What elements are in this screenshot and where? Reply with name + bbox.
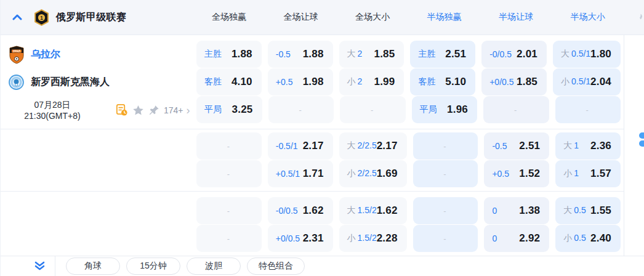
chevron-up-icon	[12, 14, 22, 20]
odds-cell[interactable]: -0/0.51.62	[268, 197, 333, 224]
odds-cell[interactable]: 小11.57	[555, 160, 621, 187]
odds-cell[interactable]: 客胜4.10	[196, 68, 262, 95]
market-tab-button-4[interactable]: 特色组合	[247, 258, 305, 275]
odds-grid: 主胜1.88-0.51.88大21.85主胜2.51-0/0.52.01大0.5…	[193, 35, 624, 253]
odds-cell[interactable]: -0.5/12.17	[268, 132, 333, 160]
over-under-prefix: 小	[561, 76, 570, 86]
odds-cell[interactable]: 大12.36	[555, 132, 621, 160]
odds-board: 1 俄罗斯甲级联赛 全场独赢全场让球全场大小半场独赢半场让球半场大小 УРАЛ	[0, 0, 644, 276]
odds-cell-empty: -	[413, 225, 478, 252]
odds-cell[interactable]: 小0.52.40	[555, 225, 621, 252]
svg-text:1: 1	[40, 14, 43, 20]
clipped-floating-button[interactable]	[639, 132, 644, 147]
odds-label: -0/0.5	[489, 49, 512, 59]
odds-label: 主胜	[204, 49, 222, 60]
collapse-league-button[interactable]	[11, 11, 23, 23]
odds-cell[interactable]: +0/0.52.31	[268, 225, 333, 252]
market-column-header: 全场大小	[337, 12, 409, 23]
odds-cell[interactable]: 小2/2.51.69	[339, 160, 407, 187]
dash-placeholder: -	[514, 105, 517, 115]
market-tabs: 角球15分钟波胆特色组合	[66, 258, 305, 275]
dash-placeholder: -	[371, 105, 373, 115]
odds-label: +0/0.5	[489, 77, 513, 87]
svg-text:УРАЛ: УРАЛ	[13, 49, 20, 52]
odds-value: 2.92	[519, 232, 540, 245]
match-meta-row: 07月28日 21:30(GMT+8)	[1, 96, 193, 124]
odds-cell[interactable]: 主胜1.88	[196, 41, 262, 68]
odds-cell[interactable]: 02.92	[484, 225, 549, 252]
odds-row: --0/0.51.62大1.5/21.62-01.38大0.51.55	[193, 197, 624, 224]
odds-cell[interactable]: -0.51.88	[268, 41, 333, 68]
dash-placeholder: -	[443, 206, 446, 216]
footer-divider	[55, 256, 55, 276]
odds-cell-empty: -	[413, 197, 478, 224]
odds-cell[interactable]: -0/0.52.01	[481, 41, 547, 68]
away-team-row: 新罗西斯克黑海人	[1, 68, 193, 96]
odds-cell[interactable]: 平局3.25	[196, 96, 262, 123]
odds-cell[interactable]: -0.52.51	[484, 132, 549, 160]
market-column-header: 半场让球	[480, 12, 552, 23]
favorite-star-icon[interactable]	[132, 105, 144, 116]
odds-label: 大2/2.5	[347, 140, 377, 152]
odds-cell-empty: -	[268, 96, 334, 123]
market-tab-button-2[interactable]: 15分钟	[126, 258, 180, 275]
home-team-name[interactable]: 乌拉尔	[31, 48, 60, 61]
match-date: 07月28日	[7, 99, 98, 110]
market-tab-button-3[interactable]: 波胆	[187, 258, 241, 275]
odds-cell[interactable]: 大0.51.55	[555, 197, 621, 224]
odds-value: 1.55	[590, 205, 611, 217]
odds-cell[interactable]: 小1.5/22.28	[339, 225, 407, 252]
odds-value: 1.85	[517, 76, 537, 88]
odds-cell[interactable]: +0.5/11.71	[268, 160, 333, 187]
odds-cell[interactable]: 大2/2.52.17	[339, 132, 407, 160]
odds-cell[interactable]: +0.51.98	[268, 68, 333, 95]
dash-placeholder: -	[227, 234, 230, 243]
over-under-prefix: 大	[563, 140, 572, 150]
odds-cell[interactable]: 大0.5/11.80	[553, 41, 621, 68]
odds-cell[interactable]: +0/0.51.85	[481, 68, 547, 95]
right-rail	[624, 35, 644, 256]
odds-label: 客胜	[204, 76, 222, 87]
odds-cell[interactable]: 小21.99	[339, 68, 405, 95]
odds-label: +0.5/1	[276, 169, 300, 179]
odds-cell[interactable]: 大21.85	[339, 41, 405, 68]
odds-cell[interactable]: 平局1.96	[412, 96, 478, 123]
match-info-panel: УРАЛ 乌拉尔 新罗西斯克黑海人	[1, 35, 193, 124]
odds-value: 2.28	[377, 232, 398, 245]
odds-cell[interactable]: +0.51.52	[484, 160, 549, 187]
markets-count[interactable]: 174+	[164, 105, 183, 115]
odds-label: 主胜	[418, 49, 435, 60]
odds-cell-empty: -	[483, 96, 549, 123]
over-under-prefix: 小	[347, 233, 356, 243]
odds-cell[interactable]: 主胜2.51	[410, 41, 475, 68]
odds-value: 2.31	[303, 232, 324, 245]
pin-icon[interactable]	[148, 105, 159, 116]
odds-value: 1.96	[447, 104, 468, 116]
odds-cell[interactable]: 客胜5.10	[410, 68, 475, 95]
odds-cell[interactable]: 01.38	[484, 197, 549, 224]
market-tab-button-1[interactable]: 角球	[66, 258, 120, 275]
home-team-row: УРАЛ 乌拉尔	[1, 41, 193, 68]
odds-label: -0.5/1	[276, 141, 298, 151]
odds-value: 1.80	[590, 48, 611, 60]
odds-label: 小0.5/1	[561, 76, 590, 87]
odds-cell[interactable]: 大1.5/21.62	[339, 197, 407, 224]
odds-row: 主胜1.88-0.51.88大21.85主胜2.51-0/0.52.01大0.5…	[193, 41, 624, 68]
odds-value: 1.52	[519, 168, 540, 180]
odds-label: 平局	[420, 104, 437, 115]
odds-value: 2.17	[303, 140, 324, 152]
odds-cell[interactable]: 小0.5/12.04	[553, 68, 621, 95]
odds-cell-empty: -	[196, 132, 262, 160]
match-stats-icon[interactable]	[115, 104, 128, 116]
odds-label: 大1.5/2	[347, 205, 377, 216]
odds-label: 平局	[204, 104, 222, 115]
odds-label: 小1	[563, 168, 579, 179]
market-column-header: 半场独赢	[409, 12, 481, 23]
odds-label: 大0.5	[563, 205, 586, 216]
expand-more-button[interactable]	[33, 259, 46, 273]
chevron-right-icon[interactable]: ›	[187, 106, 190, 115]
section-divider	[1, 129, 626, 129]
dash-placeholder: -	[227, 169, 230, 179]
dash-placeholder: -	[443, 142, 446, 151]
match-meta-icons: 174+ ›	[115, 104, 190, 116]
